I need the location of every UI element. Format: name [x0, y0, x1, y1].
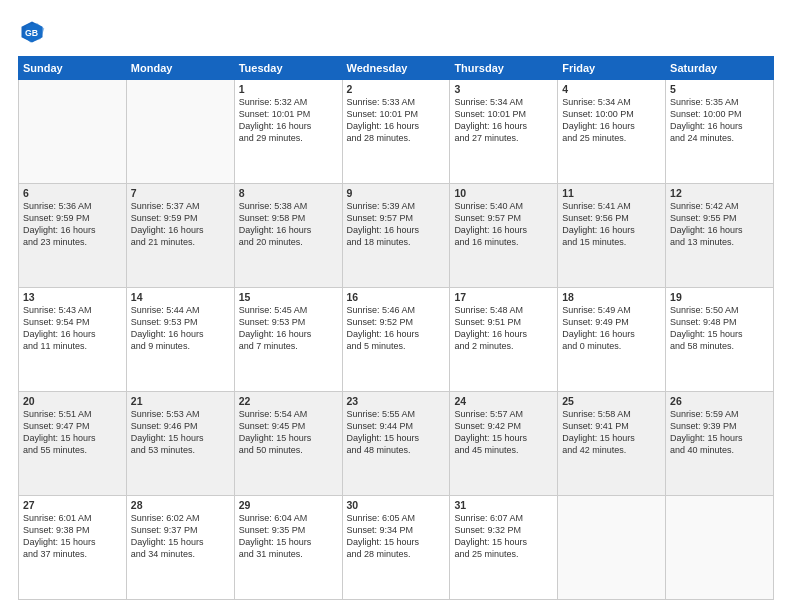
calendar-cell: 5Sunrise: 5:35 AM Sunset: 10:00 PM Dayli…	[666, 80, 774, 184]
day-number: 29	[239, 499, 338, 511]
calendar-cell: 25Sunrise: 5:58 AM Sunset: 9:41 PM Dayli…	[558, 392, 666, 496]
calendar-cell: 11Sunrise: 5:41 AM Sunset: 9:56 PM Dayli…	[558, 184, 666, 288]
day-info: Sunrise: 5:35 AM Sunset: 10:00 PM Daylig…	[670, 96, 769, 145]
day-number: 26	[670, 395, 769, 407]
calendar-cell: 9Sunrise: 5:39 AM Sunset: 9:57 PM Daylig…	[342, 184, 450, 288]
calendar-cell: 22Sunrise: 5:54 AM Sunset: 9:45 PM Dayli…	[234, 392, 342, 496]
day-info: Sunrise: 6:01 AM Sunset: 9:38 PM Dayligh…	[23, 512, 122, 561]
calendar-cell	[126, 80, 234, 184]
calendar-week-row: 27Sunrise: 6:01 AM Sunset: 9:38 PM Dayli…	[19, 496, 774, 600]
calendar-cell	[558, 496, 666, 600]
calendar-day-header: Saturday	[666, 57, 774, 80]
day-info: Sunrise: 5:55 AM Sunset: 9:44 PM Dayligh…	[347, 408, 446, 457]
day-number: 1	[239, 83, 338, 95]
day-info: Sunrise: 5:38 AM Sunset: 9:58 PM Dayligh…	[239, 200, 338, 249]
day-number: 25	[562, 395, 661, 407]
calendar-header-row: SundayMondayTuesdayWednesdayThursdayFrid…	[19, 57, 774, 80]
calendar-week-row: 6Sunrise: 5:36 AM Sunset: 9:59 PM Daylig…	[19, 184, 774, 288]
calendar-cell: 26Sunrise: 5:59 AM Sunset: 9:39 PM Dayli…	[666, 392, 774, 496]
day-number: 14	[131, 291, 230, 303]
day-number: 19	[670, 291, 769, 303]
day-info: Sunrise: 5:39 AM Sunset: 9:57 PM Dayligh…	[347, 200, 446, 249]
calendar-cell: 2Sunrise: 5:33 AM Sunset: 10:01 PM Dayli…	[342, 80, 450, 184]
calendar-week-row: 1Sunrise: 5:32 AM Sunset: 10:01 PM Dayli…	[19, 80, 774, 184]
day-number: 6	[23, 187, 122, 199]
day-info: Sunrise: 5:48 AM Sunset: 9:51 PM Dayligh…	[454, 304, 553, 353]
day-info: Sunrise: 6:04 AM Sunset: 9:35 PM Dayligh…	[239, 512, 338, 561]
day-number: 18	[562, 291, 661, 303]
logo: GB	[18, 18, 50, 46]
day-number: 22	[239, 395, 338, 407]
calendar-cell	[666, 496, 774, 600]
calendar-cell: 27Sunrise: 6:01 AM Sunset: 9:38 PM Dayli…	[19, 496, 127, 600]
calendar-day-header: Sunday	[19, 57, 127, 80]
day-number: 3	[454, 83, 553, 95]
calendar-cell: 7Sunrise: 5:37 AM Sunset: 9:59 PM Daylig…	[126, 184, 234, 288]
calendar-day-header: Friday	[558, 57, 666, 80]
header: GB	[18, 18, 774, 46]
day-number: 15	[239, 291, 338, 303]
calendar-cell: 24Sunrise: 5:57 AM Sunset: 9:42 PM Dayli…	[450, 392, 558, 496]
day-info: Sunrise: 5:40 AM Sunset: 9:57 PM Dayligh…	[454, 200, 553, 249]
day-number: 20	[23, 395, 122, 407]
calendar-cell: 20Sunrise: 5:51 AM Sunset: 9:47 PM Dayli…	[19, 392, 127, 496]
calendar-cell: 8Sunrise: 5:38 AM Sunset: 9:58 PM Daylig…	[234, 184, 342, 288]
day-info: Sunrise: 5:34 AM Sunset: 10:01 PM Daylig…	[454, 96, 553, 145]
day-number: 11	[562, 187, 661, 199]
svg-text:GB: GB	[25, 28, 38, 38]
day-info: Sunrise: 5:45 AM Sunset: 9:53 PM Dayligh…	[239, 304, 338, 353]
day-number: 24	[454, 395, 553, 407]
day-info: Sunrise: 5:51 AM Sunset: 9:47 PM Dayligh…	[23, 408, 122, 457]
day-number: 13	[23, 291, 122, 303]
calendar-week-row: 20Sunrise: 5:51 AM Sunset: 9:47 PM Dayli…	[19, 392, 774, 496]
day-info: Sunrise: 5:36 AM Sunset: 9:59 PM Dayligh…	[23, 200, 122, 249]
calendar-day-header: Monday	[126, 57, 234, 80]
day-number: 4	[562, 83, 661, 95]
calendar-cell: 19Sunrise: 5:50 AM Sunset: 9:48 PM Dayli…	[666, 288, 774, 392]
day-number: 28	[131, 499, 230, 511]
day-number: 30	[347, 499, 446, 511]
day-number: 31	[454, 499, 553, 511]
day-info: Sunrise: 5:37 AM Sunset: 9:59 PM Dayligh…	[131, 200, 230, 249]
day-number: 27	[23, 499, 122, 511]
day-info: Sunrise: 5:43 AM Sunset: 9:54 PM Dayligh…	[23, 304, 122, 353]
day-info: Sunrise: 5:34 AM Sunset: 10:00 PM Daylig…	[562, 96, 661, 145]
day-number: 10	[454, 187, 553, 199]
day-number: 12	[670, 187, 769, 199]
day-info: Sunrise: 5:44 AM Sunset: 9:53 PM Dayligh…	[131, 304, 230, 353]
calendar-cell: 16Sunrise: 5:46 AM Sunset: 9:52 PM Dayli…	[342, 288, 450, 392]
day-info: Sunrise: 5:41 AM Sunset: 9:56 PM Dayligh…	[562, 200, 661, 249]
page: GB SundayMondayTuesdayWednesdayThursdayF…	[0, 0, 792, 612]
day-number: 23	[347, 395, 446, 407]
day-info: Sunrise: 5:49 AM Sunset: 9:49 PM Dayligh…	[562, 304, 661, 353]
calendar-cell: 3Sunrise: 5:34 AM Sunset: 10:01 PM Dayli…	[450, 80, 558, 184]
day-info: Sunrise: 5:53 AM Sunset: 9:46 PM Dayligh…	[131, 408, 230, 457]
day-info: Sunrise: 5:59 AM Sunset: 9:39 PM Dayligh…	[670, 408, 769, 457]
calendar-cell: 1Sunrise: 5:32 AM Sunset: 10:01 PM Dayli…	[234, 80, 342, 184]
day-number: 7	[131, 187, 230, 199]
day-info: Sunrise: 5:58 AM Sunset: 9:41 PM Dayligh…	[562, 408, 661, 457]
day-number: 5	[670, 83, 769, 95]
calendar-cell: 28Sunrise: 6:02 AM Sunset: 9:37 PM Dayli…	[126, 496, 234, 600]
calendar-cell: 6Sunrise: 5:36 AM Sunset: 9:59 PM Daylig…	[19, 184, 127, 288]
day-info: Sunrise: 5:50 AM Sunset: 9:48 PM Dayligh…	[670, 304, 769, 353]
day-info: Sunrise: 5:54 AM Sunset: 9:45 PM Dayligh…	[239, 408, 338, 457]
calendar-cell: 23Sunrise: 5:55 AM Sunset: 9:44 PM Dayli…	[342, 392, 450, 496]
day-info: Sunrise: 6:05 AM Sunset: 9:34 PM Dayligh…	[347, 512, 446, 561]
calendar-cell: 21Sunrise: 5:53 AM Sunset: 9:46 PM Dayli…	[126, 392, 234, 496]
day-number: 9	[347, 187, 446, 199]
day-info: Sunrise: 6:07 AM Sunset: 9:32 PM Dayligh…	[454, 512, 553, 561]
calendar-cell: 13Sunrise: 5:43 AM Sunset: 9:54 PM Dayli…	[19, 288, 127, 392]
day-info: Sunrise: 5:46 AM Sunset: 9:52 PM Dayligh…	[347, 304, 446, 353]
calendar-cell: 31Sunrise: 6:07 AM Sunset: 9:32 PM Dayli…	[450, 496, 558, 600]
calendar-cell: 14Sunrise: 5:44 AM Sunset: 9:53 PM Dayli…	[126, 288, 234, 392]
day-number: 8	[239, 187, 338, 199]
calendar-cell: 30Sunrise: 6:05 AM Sunset: 9:34 PM Dayli…	[342, 496, 450, 600]
day-number: 21	[131, 395, 230, 407]
day-info: Sunrise: 6:02 AM Sunset: 9:37 PM Dayligh…	[131, 512, 230, 561]
calendar-cell: 10Sunrise: 5:40 AM Sunset: 9:57 PM Dayli…	[450, 184, 558, 288]
calendar-cell: 15Sunrise: 5:45 AM Sunset: 9:53 PM Dayli…	[234, 288, 342, 392]
calendar-day-header: Wednesday	[342, 57, 450, 80]
logo-icon: GB	[18, 18, 46, 46]
calendar-day-header: Thursday	[450, 57, 558, 80]
